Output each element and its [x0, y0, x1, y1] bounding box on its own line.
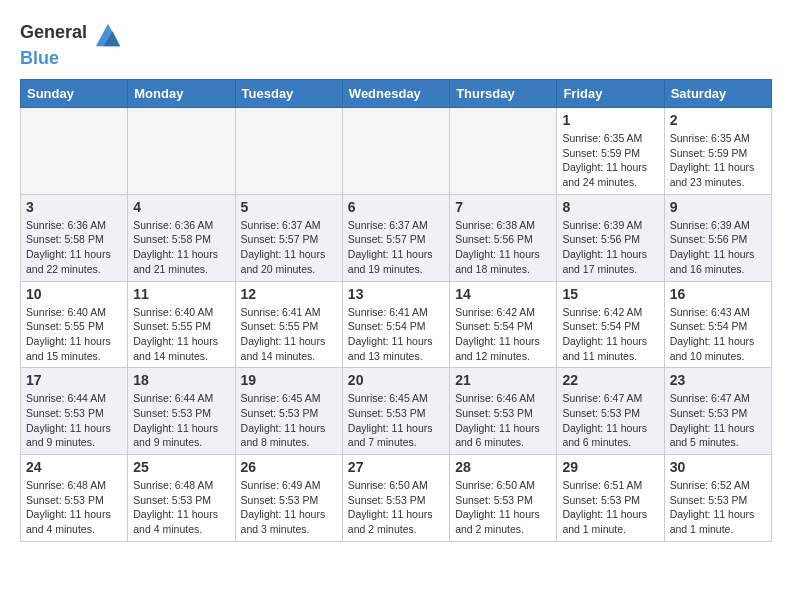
- day-number: 17: [26, 372, 122, 388]
- day-number: 10: [26, 286, 122, 302]
- calendar-cell: 15Sunrise: 6:42 AM Sunset: 5:54 PM Dayli…: [557, 281, 664, 368]
- calendar-cell: 16Sunrise: 6:43 AM Sunset: 5:54 PM Dayli…: [664, 281, 771, 368]
- day-number: 28: [455, 459, 551, 475]
- day-info: Sunrise: 6:40 AM Sunset: 5:55 PM Dayligh…: [133, 305, 229, 364]
- calendar-cell: 29Sunrise: 6:51 AM Sunset: 5:53 PM Dayli…: [557, 455, 664, 542]
- day-info: Sunrise: 6:35 AM Sunset: 5:59 PM Dayligh…: [670, 131, 766, 190]
- day-number: 6: [348, 199, 444, 215]
- calendar-cell: 23Sunrise: 6:47 AM Sunset: 5:53 PM Dayli…: [664, 368, 771, 455]
- day-info: Sunrise: 6:49 AM Sunset: 5:53 PM Dayligh…: [241, 478, 337, 537]
- day-number: 23: [670, 372, 766, 388]
- calendar-week-0: 1Sunrise: 6:35 AM Sunset: 5:59 PM Daylig…: [21, 108, 772, 195]
- day-header-thursday: Thursday: [450, 80, 557, 108]
- day-number: 13: [348, 286, 444, 302]
- logo-general: General: [20, 22, 87, 42]
- day-number: 18: [133, 372, 229, 388]
- calendar-cell: 28Sunrise: 6:50 AM Sunset: 5:53 PM Dayli…: [450, 455, 557, 542]
- day-number: 27: [348, 459, 444, 475]
- calendar-cell: 11Sunrise: 6:40 AM Sunset: 5:55 PM Dayli…: [128, 281, 235, 368]
- calendar-cell: 18Sunrise: 6:44 AM Sunset: 5:53 PM Dayli…: [128, 368, 235, 455]
- day-info: Sunrise: 6:43 AM Sunset: 5:54 PM Dayligh…: [670, 305, 766, 364]
- day-header-wednesday: Wednesday: [342, 80, 449, 108]
- calendar-cell: 24Sunrise: 6:48 AM Sunset: 5:53 PM Dayli…: [21, 455, 128, 542]
- calendar-cell: 9Sunrise: 6:39 AM Sunset: 5:56 PM Daylig…: [664, 194, 771, 281]
- day-number: 26: [241, 459, 337, 475]
- day-header-monday: Monday: [128, 80, 235, 108]
- logo-blue: Blue: [20, 48, 59, 68]
- day-number: 3: [26, 199, 122, 215]
- calendar-week-1: 3Sunrise: 6:36 AM Sunset: 5:58 PM Daylig…: [21, 194, 772, 281]
- day-number: 2: [670, 112, 766, 128]
- calendar-cell: 27Sunrise: 6:50 AM Sunset: 5:53 PM Dayli…: [342, 455, 449, 542]
- calendar-cell: 25Sunrise: 6:48 AM Sunset: 5:53 PM Dayli…: [128, 455, 235, 542]
- calendar-week-4: 24Sunrise: 6:48 AM Sunset: 5:53 PM Dayli…: [21, 455, 772, 542]
- day-info: Sunrise: 6:36 AM Sunset: 5:58 PM Dayligh…: [133, 218, 229, 277]
- calendar-cell: [342, 108, 449, 195]
- calendar-cell: 22Sunrise: 6:47 AM Sunset: 5:53 PM Dayli…: [557, 368, 664, 455]
- calendar-cell: 10Sunrise: 6:40 AM Sunset: 5:55 PM Dayli…: [21, 281, 128, 368]
- day-info: Sunrise: 6:44 AM Sunset: 5:53 PM Dayligh…: [26, 391, 122, 450]
- calendar-cell: 8Sunrise: 6:39 AM Sunset: 5:56 PM Daylig…: [557, 194, 664, 281]
- day-info: Sunrise: 6:42 AM Sunset: 5:54 PM Dayligh…: [455, 305, 551, 364]
- day-info: Sunrise: 6:37 AM Sunset: 5:57 PM Dayligh…: [241, 218, 337, 277]
- day-number: 25: [133, 459, 229, 475]
- day-number: 5: [241, 199, 337, 215]
- day-number: 30: [670, 459, 766, 475]
- day-header-friday: Friday: [557, 80, 664, 108]
- day-info: Sunrise: 6:39 AM Sunset: 5:56 PM Dayligh…: [670, 218, 766, 277]
- calendar-cell: 6Sunrise: 6:37 AM Sunset: 5:57 PM Daylig…: [342, 194, 449, 281]
- day-info: Sunrise: 6:42 AM Sunset: 5:54 PM Dayligh…: [562, 305, 658, 364]
- day-info: Sunrise: 6:38 AM Sunset: 5:56 PM Dayligh…: [455, 218, 551, 277]
- day-number: 21: [455, 372, 551, 388]
- day-info: Sunrise: 6:48 AM Sunset: 5:53 PM Dayligh…: [133, 478, 229, 537]
- day-info: Sunrise: 6:39 AM Sunset: 5:56 PM Dayligh…: [562, 218, 658, 277]
- logo-icon: [94, 20, 122, 48]
- day-info: Sunrise: 6:46 AM Sunset: 5:53 PM Dayligh…: [455, 391, 551, 450]
- calendar-cell: 17Sunrise: 6:44 AM Sunset: 5:53 PM Dayli…: [21, 368, 128, 455]
- calendar-cell: [21, 108, 128, 195]
- day-info: Sunrise: 6:36 AM Sunset: 5:58 PM Dayligh…: [26, 218, 122, 277]
- day-header-saturday: Saturday: [664, 80, 771, 108]
- day-info: Sunrise: 6:47 AM Sunset: 5:53 PM Dayligh…: [670, 391, 766, 450]
- day-info: Sunrise: 6:37 AM Sunset: 5:57 PM Dayligh…: [348, 218, 444, 277]
- day-number: 24: [26, 459, 122, 475]
- day-number: 19: [241, 372, 337, 388]
- day-header-sunday: Sunday: [21, 80, 128, 108]
- calendar-cell: 19Sunrise: 6:45 AM Sunset: 5:53 PM Dayli…: [235, 368, 342, 455]
- day-number: 9: [670, 199, 766, 215]
- calendar-cell: [450, 108, 557, 195]
- day-info: Sunrise: 6:41 AM Sunset: 5:54 PM Dayligh…: [348, 305, 444, 364]
- day-info: Sunrise: 6:40 AM Sunset: 5:55 PM Dayligh…: [26, 305, 122, 364]
- calendar-body: 1Sunrise: 6:35 AM Sunset: 5:59 PM Daylig…: [21, 108, 772, 542]
- calendar-cell: 26Sunrise: 6:49 AM Sunset: 5:53 PM Dayli…: [235, 455, 342, 542]
- day-number: 15: [562, 286, 658, 302]
- logo: General Blue: [20, 20, 124, 69]
- day-header-tuesday: Tuesday: [235, 80, 342, 108]
- day-number: 20: [348, 372, 444, 388]
- day-info: Sunrise: 6:45 AM Sunset: 5:53 PM Dayligh…: [348, 391, 444, 450]
- calendar-cell: 13Sunrise: 6:41 AM Sunset: 5:54 PM Dayli…: [342, 281, 449, 368]
- day-number: 4: [133, 199, 229, 215]
- day-number: 22: [562, 372, 658, 388]
- calendar-table: SundayMondayTuesdayWednesdayThursdayFrid…: [20, 79, 772, 542]
- day-number: 14: [455, 286, 551, 302]
- day-info: Sunrise: 6:48 AM Sunset: 5:53 PM Dayligh…: [26, 478, 122, 537]
- calendar-cell: [128, 108, 235, 195]
- calendar-cell: 7Sunrise: 6:38 AM Sunset: 5:56 PM Daylig…: [450, 194, 557, 281]
- calendar-week-3: 17Sunrise: 6:44 AM Sunset: 5:53 PM Dayli…: [21, 368, 772, 455]
- day-number: 11: [133, 286, 229, 302]
- day-number: 1: [562, 112, 658, 128]
- day-number: 12: [241, 286, 337, 302]
- day-info: Sunrise: 6:50 AM Sunset: 5:53 PM Dayligh…: [455, 478, 551, 537]
- day-number: 7: [455, 199, 551, 215]
- day-number: 29: [562, 459, 658, 475]
- day-info: Sunrise: 6:44 AM Sunset: 5:53 PM Dayligh…: [133, 391, 229, 450]
- calendar-cell: [235, 108, 342, 195]
- calendar-cell: 12Sunrise: 6:41 AM Sunset: 5:55 PM Dayli…: [235, 281, 342, 368]
- calendar-cell: 5Sunrise: 6:37 AM Sunset: 5:57 PM Daylig…: [235, 194, 342, 281]
- calendar-cell: 1Sunrise: 6:35 AM Sunset: 5:59 PM Daylig…: [557, 108, 664, 195]
- day-info: Sunrise: 6:41 AM Sunset: 5:55 PM Dayligh…: [241, 305, 337, 364]
- calendar-cell: 4Sunrise: 6:36 AM Sunset: 5:58 PM Daylig…: [128, 194, 235, 281]
- day-info: Sunrise: 6:52 AM Sunset: 5:53 PM Dayligh…: [670, 478, 766, 537]
- calendar-cell: 3Sunrise: 6:36 AM Sunset: 5:58 PM Daylig…: [21, 194, 128, 281]
